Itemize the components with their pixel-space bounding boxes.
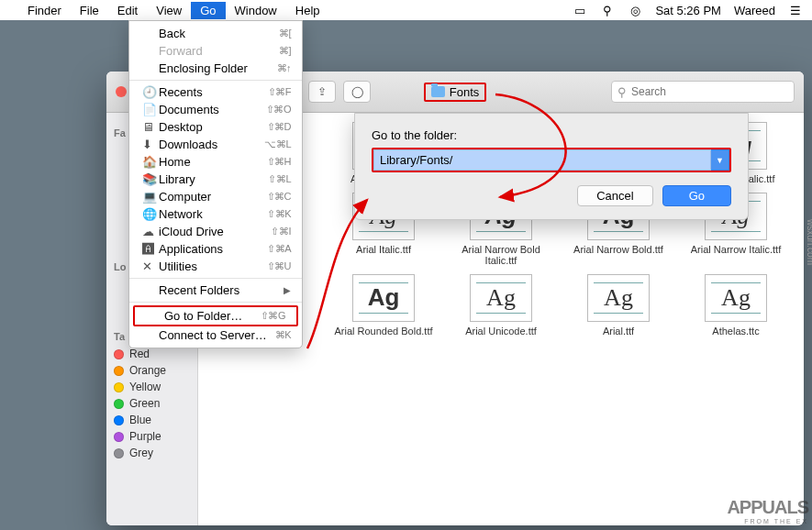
file-item[interactable]: AgAthelas.ttc bbox=[679, 274, 793, 337]
file-item[interactable]: AgArial Rounded Bold.ttf bbox=[327, 274, 440, 337]
menubar-user[interactable]: Wareed bbox=[734, 4, 775, 17]
tag-dot-icon bbox=[114, 366, 124, 376]
tag-dot-icon bbox=[114, 415, 124, 425]
path-dropdown-button[interactable]: ▼ bbox=[711, 149, 729, 171]
menubar-edit[interactable]: Edit bbox=[108, 2, 147, 19]
menubar-window[interactable]: Window bbox=[226, 2, 286, 19]
menu-recents[interactable]: 🕘Recents⇧⌘F bbox=[129, 83, 302, 101]
menu-separator bbox=[129, 302, 302, 303]
file-thumbnail: Ag bbox=[587, 274, 650, 322]
window-title-highlight: Fonts bbox=[424, 83, 487, 102]
folder-path-highlight: ▼ bbox=[372, 148, 731, 172]
menu-go-to-folder[interactable]: Go to Folder…⇧⌘G bbox=[135, 307, 296, 325]
icloud drive-icon: ☁︎ bbox=[142, 225, 159, 238]
cancel-button[interactable]: Cancel bbox=[577, 185, 652, 206]
tag-grey[interactable]: Grey bbox=[114, 445, 190, 461]
tag-yellow[interactable]: Yellow bbox=[114, 379, 190, 395]
file-name: Athelas.ttc bbox=[712, 326, 759, 337]
file-item[interactable]: AgArial.ttf bbox=[562, 274, 675, 337]
file-name: Arial Narrow Bold Italic.ttf bbox=[450, 244, 551, 267]
search-field[interactable]: ⚲ bbox=[611, 81, 795, 103]
menu-back[interactable]: Back⌘[ bbox=[129, 25, 302, 42]
folder-icon bbox=[431, 86, 445, 97]
file-item[interactable]: AgArial Unicode.ttf bbox=[444, 274, 558, 337]
file-name: Arial Rounded Bold.ttf bbox=[334, 326, 432, 337]
close-button[interactable] bbox=[116, 86, 127, 97]
menubar-clock[interactable]: Sat 5:26 PM bbox=[655, 4, 721, 17]
downloads-icon: ⬇︎ bbox=[142, 138, 159, 151]
file-thumbnail: Ag bbox=[705, 274, 767, 322]
menu-computer[interactable]: 💻Computer⇧⌘C bbox=[129, 188, 302, 205]
spotlight-icon[interactable]: ⚲ bbox=[600, 4, 615, 17]
folder-path-input[interactable] bbox=[373, 149, 711, 171]
menubar-help[interactable]: Help bbox=[286, 2, 329, 19]
file-thumbnail: Ag bbox=[352, 274, 415, 322]
sheet-prompt: Go to the folder: bbox=[372, 128, 731, 142]
tag-green[interactable]: Green bbox=[114, 395, 190, 412]
menu-documents[interactable]: 📄Documents⇧⌘O bbox=[129, 101, 302, 118]
menu-applications[interactable]: 🅰Applications⇧⌘A bbox=[129, 240, 302, 258]
menu-utilities[interactable]: ✕Utilities⇧⌘U bbox=[129, 258, 302, 275]
side-watermark: wsxdn.com bbox=[806, 219, 813, 265]
menu-forward: Forward⌘] bbox=[129, 42, 302, 60]
search-icon: ⚲ bbox=[617, 85, 627, 99]
menubar-view[interactable]: View bbox=[147, 2, 191, 19]
menu-recent-folders[interactable]: Recent Folders▶ bbox=[129, 282, 302, 299]
go-to-folder-sheet: Go to the folder: ▼ Cancel Go bbox=[354, 113, 749, 220]
tag-dot-icon bbox=[114, 399, 124, 409]
menu-library[interactable]: 📚Library⇧⌘L bbox=[129, 171, 302, 188]
window-title: Fonts bbox=[450, 85, 480, 99]
menu-enclosing-folder[interactable]: Enclosing Folder⌘↑ bbox=[129, 60, 302, 77]
go-menu-dropdown: Back⌘[ Forward⌘] Enclosing Folder⌘↑ 🕘Rec… bbox=[128, 20, 303, 348]
file-name: Arial.ttf bbox=[603, 326, 634, 337]
go-button[interactable]: Go bbox=[662, 185, 731, 206]
menu-downloads[interactable]: ⬇︎Downloads⌥⌘L bbox=[129, 136, 302, 153]
tag-purple[interactable]: Purple bbox=[114, 428, 190, 445]
applications-icon: 🅰 bbox=[142, 242, 159, 256]
network-icon: 🌐 bbox=[142, 207, 159, 221]
menu-separator bbox=[129, 278, 302, 279]
menubar-go[interactable]: Go bbox=[191, 2, 225, 19]
utilities-icon: ✕ bbox=[142, 259, 159, 273]
tag-orange[interactable]: Orange bbox=[114, 362, 190, 379]
file-name: Arial Narrow Bold.ttf bbox=[573, 244, 663, 256]
file-name: Arial Unicode.ttf bbox=[465, 326, 537, 337]
home-icon: 🏠 bbox=[142, 155, 159, 169]
recents-icon: 🕘 bbox=[142, 85, 159, 99]
menu-separator bbox=[129, 80, 302, 81]
file-name: Arial Italic.ttf bbox=[356, 244, 411, 256]
file-name: Arial Narrow Italic.ttf bbox=[691, 244, 781, 256]
file-thumbnail: Ag bbox=[470, 274, 532, 322]
menu-connect-to-server[interactable]: Connect to Server…⌘K bbox=[129, 326, 302, 344]
computer-icon: 💻 bbox=[142, 190, 159, 204]
tag-dot-icon bbox=[114, 382, 124, 392]
system-menubar: Finder File Edit View Go Window Help ▭ ⚲… bbox=[0, 0, 812, 20]
desktop-icon: 🖥 bbox=[142, 120, 159, 134]
tags-button[interactable]: ◯ bbox=[343, 81, 371, 103]
share-button[interactable]: ⇪ bbox=[308, 81, 336, 103]
menu-home[interactable]: 🏠Home⇧⌘H bbox=[129, 153, 302, 171]
menubar-file[interactable]: File bbox=[71, 2, 108, 19]
menubar-finder[interactable]: Finder bbox=[18, 2, 71, 19]
tag-dot-icon bbox=[114, 448, 124, 458]
watermark: APPUALSFROM THE EX bbox=[727, 497, 808, 524]
menu-network[interactable]: 🌐Network⇧⌘K bbox=[129, 205, 302, 223]
menu-desktop[interactable]: 🖥Desktop⇧⌘D bbox=[129, 118, 302, 136]
notification-center-icon[interactable]: ☰ bbox=[788, 4, 803, 17]
tag-dot-icon bbox=[114, 432, 124, 442]
siri-icon[interactable]: ◎ bbox=[628, 4, 642, 17]
menu-icloud-drive[interactable]: ☁︎iCloud Drive⇧⌘I bbox=[129, 223, 302, 240]
screen-mirror-icon[interactable]: ▭ bbox=[573, 4, 587, 17]
search-input[interactable] bbox=[631, 85, 788, 98]
documents-icon: 📄 bbox=[142, 103, 159, 116]
tag-dot-icon bbox=[114, 349, 124, 359]
library-icon: 📚 bbox=[142, 172, 159, 186]
tag-blue[interactable]: Blue bbox=[114, 412, 190, 428]
